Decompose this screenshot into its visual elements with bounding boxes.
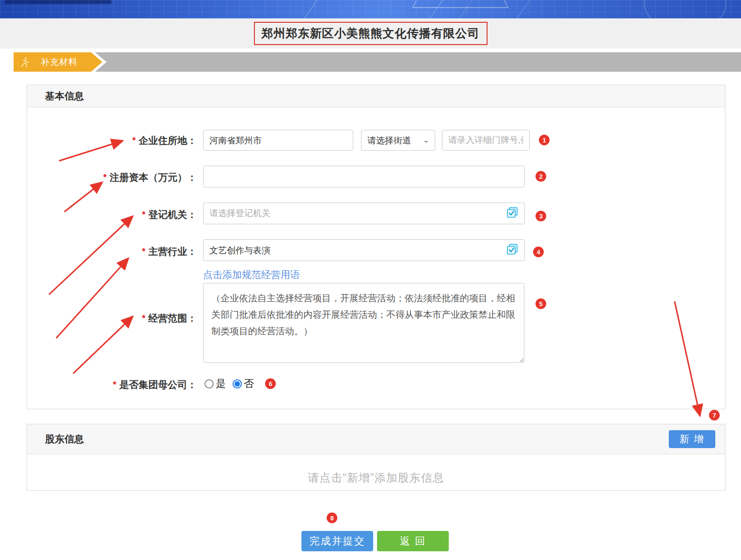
radio-no[interactable]: 否 [233, 377, 254, 390]
required-asterisk: * [103, 172, 107, 182]
shareholders-panel: 股东信息 新 增 请点击“新增”添加股东信息 [27, 424, 725, 491]
top-banner [0, 0, 741, 18]
running-person-icon [20, 57, 30, 67]
address-province-input[interactable] [203, 130, 353, 151]
authority-label: *登记机关： [27, 208, 197, 221]
street-select[interactable]: 请选择街道 ⌄ [361, 130, 435, 151]
annotation-marker-5: 5 [536, 298, 546, 309]
basic-info-header: 基本信息 [27, 85, 725, 108]
chevron-down-icon: ⌄ [423, 137, 429, 144]
annotation-marker-7: 7 [709, 410, 720, 420]
banner-decoration [644, 0, 726, 18]
multi-select-picker-icon[interactable] [506, 243, 519, 258]
radio-no-circle-icon[interactable] [233, 379, 242, 389]
required-asterisk: * [132, 136, 136, 145]
required-asterisk: * [142, 313, 145, 323]
basic-info-title: 基本信息 [45, 90, 84, 103]
annotation-marker-4: 4 [533, 247, 544, 257]
shareholders-empty-hint: 请点击“新增”添加股东信息 [27, 470, 725, 485]
authority-input[interactable] [203, 202, 525, 224]
title-band: 郑州郑东新区小美熊熊文化传播有限公司 [0, 18, 741, 48]
annotation-marker-8: 8 [327, 513, 337, 523]
annotation-marker-2: 2 [536, 171, 546, 182]
radio-no-label: 否 [244, 377, 254, 390]
basic-info-panel: 基本信息 *企业住所地： 请选择街道 ⌄ *注册资本（万元）： *登记机关： [27, 85, 725, 409]
address-detail-field[interactable] [448, 135, 523, 145]
industry-label: *主营行业： [27, 245, 197, 258]
step-bar: 补充材料 [14, 52, 741, 72]
annotation-marker-6: 6 [265, 378, 276, 389]
banner-decoration [412, 0, 508, 8]
required-asterisk: * [113, 380, 116, 389]
required-asterisk: * [142, 247, 145, 256]
address-province-field[interactable] [209, 135, 347, 145]
banner-decoration [5, 0, 111, 4]
annotation-marker-3: 3 [536, 211, 546, 221]
back-button[interactable]: 返 回 [377, 531, 449, 551]
shareholders-title: 股东信息 [45, 433, 84, 446]
shareholders-header: 股东信息 新 增 [27, 424, 725, 454]
scope-label: *经营范围： [27, 312, 197, 325]
add-shareholder-button[interactable]: 新 增 [669, 430, 715, 448]
capital-label: *注册资本（万元）： [27, 171, 197, 184]
group-parent-radio-group: 是 否 [205, 377, 254, 390]
multi-select-picker-icon[interactable] [506, 206, 519, 221]
radio-yes[interactable]: 是 [205, 377, 226, 390]
radio-yes-label: 是 [216, 377, 226, 390]
submit-button[interactable]: 完成并提交 [301, 531, 373, 551]
annotation-marker-1: 1 [539, 135, 550, 145]
step-tab-label: 补充材料 [41, 56, 78, 68]
address-label: *企业住所地： [27, 134, 197, 147]
industry-field[interactable] [209, 245, 519, 255]
industry-input[interactable] [203, 239, 525, 261]
capital-input[interactable] [203, 166, 525, 187]
add-standard-terms-link[interactable]: 点击添加规范经营用语 [203, 268, 300, 281]
capital-field[interactable] [209, 171, 519, 182]
company-name: 郑州郑东新区小美熊熊文化传播有限公司 [262, 27, 480, 40]
company-name-box: 郑州郑东新区小美熊熊文化传播有限公司 [254, 22, 488, 45]
step-tab-supplement[interactable]: 补充材料 [14, 52, 102, 72]
scope-textarea[interactable]: （企业依法自主选择经营项目，开展经营活动；依法须经批准的项目，经相关部门批准后依… [203, 283, 524, 363]
radio-yes-circle-icon[interactable] [205, 379, 214, 389]
street-select-value: 请选择街道 [367, 135, 411, 146]
required-asterisk: * [142, 210, 145, 219]
page: 郑州郑东新区小美熊熊文化传播有限公司 补充材料 [0, 0, 741, 560]
authority-field[interactable] [209, 208, 519, 218]
group-parent-label: *是否集团母公司： [27, 378, 197, 391]
address-detail-input[interactable] [442, 130, 530, 151]
